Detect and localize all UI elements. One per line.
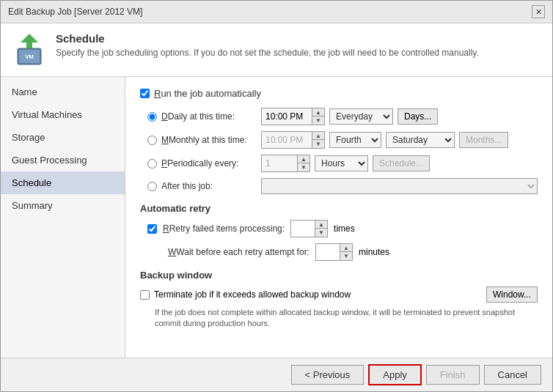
automatic-retry-section: Automatic retry — [140, 203, 538, 214]
sidebar-item-virtual-machines[interactable]: Virtual Machines — [1, 103, 125, 126]
monthly-time-down[interactable]: ▼ — [312, 140, 324, 148]
monthly-radio[interactable] — [147, 136, 157, 145]
monthly-label: MMonthly at this time: — [161, 135, 257, 145]
periodic-value-group: 1 ▲ ▼ — [261, 155, 310, 172]
periodic-row: PPeriodically every: 1 ▲ ▼ Hours Minutes… — [147, 155, 538, 172]
schedule-button[interactable]: Schedule... — [373, 155, 430, 171]
after-job-label: After this job: — [161, 181, 257, 191]
wait-unit: minutes — [359, 247, 389, 257]
retry-count-input[interactable]: 3 — [291, 222, 315, 235]
sidebar-item-storage[interactable]: Storage — [1, 126, 125, 149]
retry-down[interactable]: ▼ — [315, 229, 327, 237]
close-button[interactable]: ✕ — [532, 5, 545, 18]
retry-checkbox[interactable] — [147, 224, 157, 234]
backup-window-title-text: Backup window — [140, 270, 538, 281]
periodic-unit-select[interactable]: Hours Minutes — [315, 155, 368, 171]
footer: < Previous Apply Finish Cancel — [1, 358, 552, 391]
periodic-radio[interactable] — [147, 159, 157, 169]
cancel-button[interactable]: Cancel — [484, 365, 541, 385]
wait-count-input[interactable]: 10 — [316, 245, 340, 259]
title-bar: Edit Backup Job [Server 2012 VM] ✕ — [1, 1, 552, 23]
retry-count-group: 3 ▲ ▼ — [290, 220, 328, 237]
schedule-rows: DDaily at this time: 10:00 PM ▲ ▼ Everyd… — [147, 108, 538, 194]
svg-text:VM: VM — [25, 53, 34, 60]
wait-down[interactable]: ▼ — [340, 252, 352, 260]
automatic-retry-title: Automatic retry — [140, 203, 210, 214]
retry-spinners: ▲ ▼ — [315, 221, 327, 237]
wait-spinners: ▲ ▼ — [340, 244, 352, 260]
content-area: Name Virtual Machines Storage Guest Proc… — [1, 77, 552, 358]
daily-row: DDaily at this time: 10:00 PM ▲ ▼ Everyd… — [147, 108, 538, 125]
daily-time-spinners: ▲ ▼ — [312, 108, 324, 125]
monthly-time-up[interactable]: ▲ — [312, 132, 324, 140]
run-automatically-label: Run the job automatically — [154, 88, 261, 99]
retry-label: RRetry failed items processing: — [163, 223, 285, 234]
sidebar: Name Virtual Machines Storage Guest Proc… — [1, 77, 125, 358]
run-automatically-checkbox[interactable] — [140, 89, 150, 98]
daily-time-input[interactable]: 10:00 PM — [262, 109, 312, 124]
monthly-row: MMonthly at this time: 10:00 PM ▲ ▼ Firs… — [147, 131, 538, 149]
main-panel: Run the job automatically DDaily at this… — [125, 77, 552, 358]
months-button[interactable]: Months... — [459, 132, 508, 148]
wait-row: WWait before each retry attempt for: 10 … — [147, 243, 538, 261]
sidebar-item-name[interactable]: Name — [1, 81, 125, 103]
monthly-time-group: 10:00 PM ▲ ▼ — [261, 131, 325, 149]
run-automatically-text: un the job automatically — [161, 88, 261, 99]
header: VM Schedule Specify the job scheduling o… — [1, 23, 552, 77]
wait-label: WWait before each retry attempt for: — [168, 247, 310, 257]
window-button[interactable]: Window... — [486, 286, 538, 303]
periodic-up[interactable]: ▲ — [298, 155, 310, 163]
wait-up[interactable]: ▲ — [340, 244, 352, 252]
retry-up[interactable]: ▲ — [315, 221, 327, 229]
daily-time-down[interactable]: ▼ — [312, 117, 324, 125]
run-automatically-row: Run the job automatically — [140, 88, 538, 99]
daily-label: DDaily at this time: — [161, 111, 257, 122]
backup-window-section: Backup window Terminate job if it exceed… — [140, 270, 538, 330]
monthly-week-select[interactable]: First Second Third Fourth Last — [329, 132, 381, 148]
sidebar-item-schedule[interactable]: Schedule — [1, 171, 125, 194]
window-title: Edit Backup Job [Server 2012 VM] — [8, 7, 142, 17]
header-description: Specify the job scheduling options. If y… — [56, 48, 479, 58]
daily-time-group: 10:00 PM ▲ ▼ — [261, 108, 325, 125]
sidebar-item-summary[interactable]: Summary — [1, 194, 125, 217]
header-title: Schedule — [56, 32, 479, 45]
periodic-spinners: ▲ ▼ — [297, 155, 310, 171]
backup-window-header: Terminate job if it exceeds allowed back… — [140, 286, 538, 303]
backup-window-checkbox[interactable] — [140, 290, 150, 300]
backup-window-label: Terminate job if it exceeds allowed back… — [140, 289, 351, 300]
backup-window-description: If the job does not complete within allo… — [155, 307, 538, 330]
wait-count-group: 10 ▲ ▼ — [315, 243, 353, 261]
periodic-value-input[interactable]: 1 — [262, 156, 297, 171]
retry-row: RRetry failed items processing: 3 ▲ ▼ ti… — [147, 220, 538, 237]
main-window: Edit Backup Job [Server 2012 VM] ✕ VM Sc… — [0, 0, 553, 392]
monthly-time-spinners: ▲ ▼ — [312, 132, 324, 148]
monthly-day-select[interactable]: Monday Tuesday Wednesday Thursday Friday… — [386, 132, 455, 148]
sidebar-item-guest-processing[interactable]: Guest Processing — [1, 149, 125, 171]
retry-unit: times — [334, 223, 355, 234]
after-job-row: After this job: — [147, 178, 538, 194]
terminate-label: Terminate job if it exceeds allowed back… — [154, 289, 351, 300]
previous-button[interactable]: < Previous — [291, 365, 365, 385]
days-button[interactable]: Days... — [398, 108, 438, 125]
svg-marker-3 — [21, 34, 38, 48]
veeam-icon: VM — [12, 32, 47, 67]
after-job-select[interactable] — [261, 178, 538, 194]
finish-button[interactable]: Finish — [426, 365, 480, 385]
periodic-down[interactable]: ▼ — [298, 163, 310, 171]
periodic-label: PPeriodically every: — [161, 158, 257, 169]
daily-time-up[interactable]: ▲ — [312, 108, 324, 117]
daily-radio[interactable] — [147, 112, 157, 122]
header-text: Schedule Specify the job scheduling opti… — [56, 32, 479, 58]
apply-button[interactable]: Apply — [368, 364, 422, 385]
daily-frequency-select[interactable]: Everyday Weekdays Weekends — [329, 108, 393, 125]
monthly-time-input[interactable]: 10:00 PM — [262, 133, 312, 147]
after-job-radio[interactable] — [147, 182, 157, 191]
